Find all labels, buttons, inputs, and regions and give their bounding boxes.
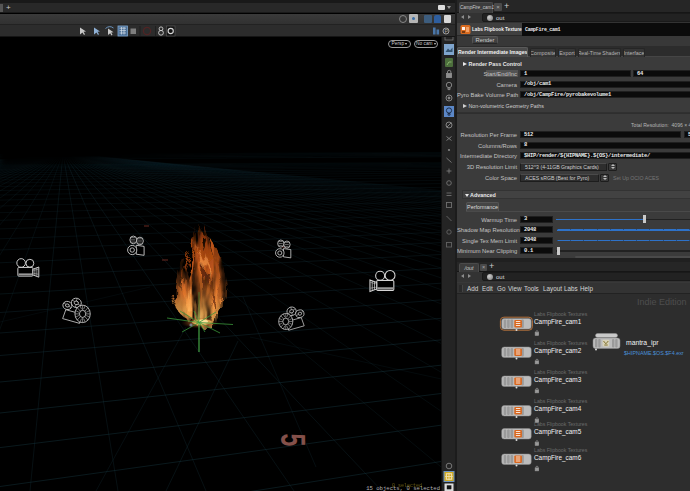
svg-text:5: 5 [274,434,313,447]
svg-text:P: P [445,28,449,34]
